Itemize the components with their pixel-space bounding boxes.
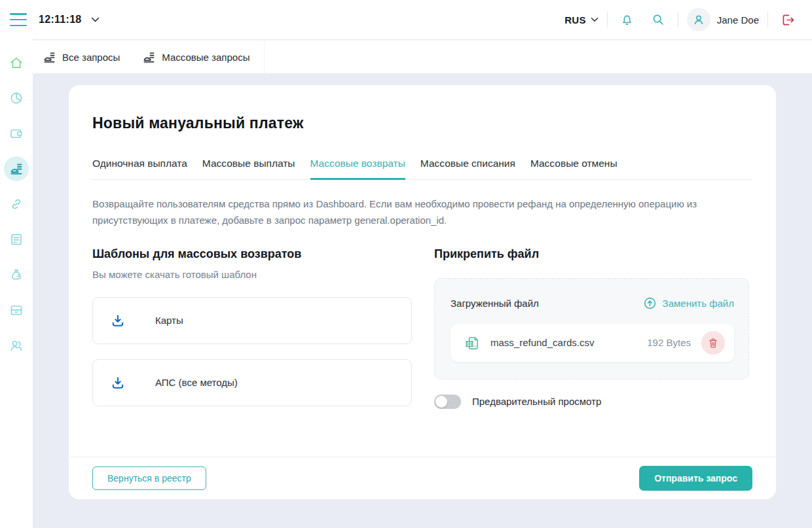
template-download-aps[interactable]: АПС (все методы)	[92, 359, 412, 406]
sidebar-item-links[interactable]	[4, 192, 29, 217]
tab-mass-cancels[interactable]: Массовые отмены	[530, 158, 618, 179]
search-icon	[651, 12, 665, 27]
document-icon	[9, 232, 24, 247]
person-icon	[692, 12, 706, 27]
sidebar-item-home[interactable]	[4, 50, 29, 75]
language-label: RUS	[564, 14, 586, 26]
divider	[607, 12, 608, 27]
uploaded-file-row[interactable]: mass_refund_cards.csv 192 Bytes	[451, 324, 734, 362]
avatar	[687, 8, 710, 31]
sidebar-item-manual-payments[interactable]	[4, 156, 29, 181]
pie-chart-icon	[9, 91, 24, 105]
back-to-registry-button[interactable]: Вернуться в реестр	[92, 466, 206, 490]
template-label: Карты	[155, 315, 183, 326]
current-time: 12:11:18	[39, 14, 82, 26]
template-download-cards[interactable]: Карты	[92, 297, 412, 344]
preview-toggle[interactable]	[434, 395, 461, 409]
wallet-icon	[9, 126, 24, 141]
templates-heading: Шаблоны для массовых возвратов	[92, 247, 412, 261]
preview-toggle-label: Предварительный просмотр	[472, 396, 601, 407]
template-label: АПС (все методы)	[155, 377, 238, 388]
user-name: Jane Doe	[717, 14, 759, 26]
sidebar-item-reports[interactable]	[4, 227, 29, 252]
page-title: Новый мануальный платеж	[92, 114, 752, 132]
content-columns: Шаблоны для массовых возвратов Вы можете…	[92, 247, 752, 409]
uploaded-file-label: Загруженный файл	[451, 298, 539, 309]
templates-section: Шаблоны для массовых возвратов Вы можете…	[92, 247, 412, 409]
user-menu[interactable]: Jane Doe	[687, 8, 759, 31]
search-button[interactable]	[647, 9, 669, 31]
sidebar-item-wallet[interactable]	[4, 121, 29, 146]
dashboard-screen: 12:11:18 RUS	[0, 0, 812, 528]
money-bag-icon	[9, 268, 24, 282]
payment-type-tabs: Одиночная выплата Массовые выплаты Массо…	[92, 158, 752, 180]
replace-file-button[interactable]: Заменить файл	[643, 296, 734, 310]
card-footer: Вернуться в реестр Отправить запрос	[69, 457, 776, 499]
language-selector[interactable]: RUS	[564, 14, 599, 26]
replace-file-label: Заменить файл	[663, 298, 734, 309]
tab-mass-debits[interactable]: Массовые списания	[420, 158, 515, 179]
time-dropdown[interactable]: 12:11:18	[39, 14, 100, 26]
submit-request-button[interactable]: Отправить запрос	[639, 466, 752, 491]
file-size: 192 Bytes	[647, 337, 691, 348]
hand-coins-icon	[142, 50, 156, 64]
tab-single-payout[interactable]: Одиночная выплата	[92, 158, 187, 179]
tab-all-requests[interactable]: Все запросы	[43, 50, 120, 64]
tab-label: Все запросы	[62, 52, 120, 63]
templates-subheading: Вы можете скачать готовый шаблон	[92, 269, 412, 280]
trash-icon	[707, 337, 719, 349]
notifications-button[interactable]	[616, 9, 638, 31]
logout-button[interactable]	[777, 9, 799, 31]
chevron-down-icon	[591, 17, 599, 22]
chevron-down-icon	[91, 17, 100, 22]
tab-mass-refunds[interactable]: Массовые возвраты	[310, 158, 405, 179]
sidebar-item-users[interactable]	[4, 333, 29, 358]
request-tabs-bar: Все запросы Массовые запросы	[33, 40, 812, 73]
sidebar-item-analytics[interactable]	[4, 86, 29, 111]
sidebar-item-archive[interactable]	[4, 298, 29, 323]
tab-mass-requests[interactable]: Массовые запросы	[142, 50, 249, 64]
logout-icon	[781, 12, 796, 27]
toggle-knob	[435, 396, 447, 408]
request-tabs: Все запросы Массовые запросы	[33, 41, 265, 73]
top-bar-right: RUS Jane Doe	[564, 8, 799, 31]
divider	[678, 12, 678, 27]
divider	[767, 12, 768, 27]
hand-coins-icon	[43, 50, 56, 64]
uploaded-file-panel: Загруженный файл Заменить файл	[434, 278, 749, 379]
attach-file-section: Прикрепить файл Загруженный файл Заменит…	[434, 247, 749, 409]
download-icon	[111, 376, 125, 390]
home-icon	[9, 56, 24, 70]
section-description: Возвращайте пользователям средства прямо…	[92, 196, 708, 229]
delete-file-button[interactable]	[701, 331, 725, 355]
manual-payment-card: Новый мануальный платеж Одиночная выплат…	[69, 85, 776, 499]
hamburger-menu-icon[interactable]	[10, 13, 27, 26]
top-bar: 12:11:18 RUS	[0, 0, 812, 39]
archive-box-icon	[9, 303, 24, 317]
link-icon	[9, 197, 24, 211]
bell-icon	[619, 12, 635, 27]
hand-coins-icon	[9, 162, 24, 176]
csv-file-icon	[464, 334, 481, 351]
tab-label: Массовые запросы	[162, 52, 249, 63]
tab-mass-payouts[interactable]: Массовые выплаты	[202, 158, 295, 179]
upload-circle-icon	[643, 296, 657, 310]
users-icon	[9, 338, 24, 353]
sidebar-item-funds[interactable]	[4, 262, 29, 287]
download-icon	[111, 313, 125, 328]
preview-toggle-row: Предварительный просмотр	[434, 395, 749, 409]
file-name: mass_refund_cards.csv	[490, 337, 594, 348]
sidebar-nav	[0, 39, 33, 528]
attach-heading: Прикрепить файл	[434, 247, 749, 261]
